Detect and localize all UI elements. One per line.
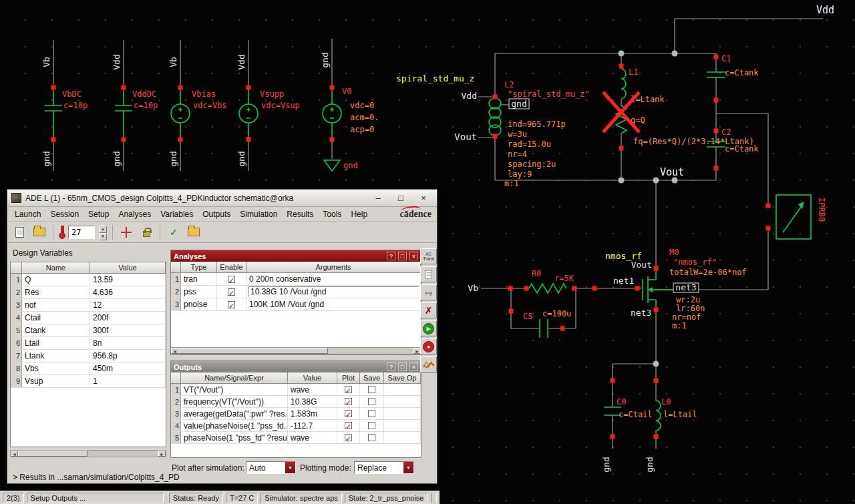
analyses-panel-titlebar[interactable]: Analyses ? □ × — [171, 250, 421, 262]
svg-text:C0[interactable]: C0 — [617, 397, 626, 407]
outputs-panel-titlebar[interactable]: Outputs ? □ × — [171, 361, 421, 372]
stop-button[interactable]: ■ — [420, 338, 437, 354]
resistor-r0[interactable]: R0 r=5K — [529, 269, 574, 293]
temperature-input[interactable] — [68, 226, 95, 239]
output-row[interactable]: 1 VT("/Vout") wave — [171, 384, 421, 396]
window-titlebar[interactable]: ADE L (1) - 65nm_CMOS_design Colpitts_4_… — [7, 190, 437, 207]
an-col-arguments[interactable]: Arguments — [246, 262, 421, 272]
help-icon[interactable]: ? — [387, 252, 395, 260]
plot-checkbox[interactable] — [345, 386, 352, 393]
current-probe-iprb0[interactable]: IPRB0 — [776, 195, 826, 239]
svg-text:c=10p[interactable]: c=10p — [134, 101, 158, 110]
svg-text:m:1[interactable]: m:1 — [504, 179, 519, 188]
nmos-m0[interactable]: nmos_rf Vout net1 net3 net3 M0 "nmos_rf"… — [605, 248, 747, 330]
menu-help[interactable]: Help — [346, 208, 372, 220]
analysis-enable-checkbox[interactable] — [228, 288, 235, 296]
svg-text:c=Ctail[interactable]: c=Ctail — [619, 410, 653, 419]
dv-col-name[interactable]: Name — [22, 262, 90, 273]
dv-row[interactable]: 8Vbs450m — [11, 362, 166, 375]
ou-col-saveop[interactable]: Save Op — [384, 372, 421, 383]
net-label-vdd-top[interactable]: Vdd — [816, 4, 834, 16]
svg-text:c=Ctank[interactable]: c=Ctank — [725, 144, 759, 154]
svg-text:gnd[interactable]: gnd — [236, 151, 246, 166]
dv-row[interactable]: 9Vsup1 — [11, 375, 166, 388]
save-checkbox[interactable] — [368, 410, 375, 417]
selected-instance-highlight[interactable]: spiral_std_mu_z — [396, 73, 474, 83]
svg-text:Vdd[interactable]: Vdd — [112, 54, 122, 69]
detach-icon[interactable]: □ — [398, 362, 407, 371]
status-state[interactable]: State: 2_tr_pss_pnoise — [345, 493, 428, 503]
an-col-type[interactable]: Type — [181, 262, 217, 272]
svg-text:totalW=2e-06*nof[interactable]: totalW=2e-06*nof — [669, 268, 747, 277]
ou-col-value[interactable]: Value — [288, 372, 337, 383]
svg-text:L2[interactable]: L2 — [504, 80, 514, 89]
plot-checkbox[interactable] — [345, 422, 352, 429]
svg-text:VbDC[interactable]: VbDC — [62, 89, 81, 99]
dv-row[interactable]: 4Ctail200f — [11, 312, 166, 324]
svg-text:net1[interactable]: net1 — [613, 276, 634, 286]
resize-grip[interactable] — [432, 493, 437, 503]
svg-text:nr=4[interactable]: nr=4 — [508, 150, 527, 159]
svg-text:gnd[interactable]: gnd — [112, 151, 122, 166]
svg-text:nr=nof[interactable]: nr=nof — [672, 312, 701, 322]
analysis-args-editor[interactable]: 10.38G 10 /Vout /gnd — [248, 286, 419, 297]
menu-simulation[interactable]: Simulation — [235, 208, 282, 220]
plot-checkbox[interactable] — [345, 410, 352, 417]
maximize-button[interactable]: □ — [391, 192, 410, 205]
open-results-button[interactable] — [186, 224, 202, 240]
plot-after-dropdown[interactable]: Auto ▼ — [246, 461, 296, 474]
analyses-horizontal-scrollbar[interactable]: ◄ ► — [171, 347, 421, 354]
menu-outputs[interactable]: Outputs — [198, 208, 235, 220]
svg-text:R0[interactable]: R0 — [532, 269, 541, 278]
svg-text:c=Ctank[interactable]: c=Ctank — [725, 68, 759, 77]
scrollbar-thumb[interactable] — [18, 451, 88, 457]
analysis-enable-checkbox[interactable] — [228, 301, 235, 308]
ou-col-plot[interactable]: Plot — [337, 372, 360, 383]
edit-variables-button[interactable] — [420, 266, 437, 282]
plot-checkbox[interactable] — [345, 398, 352, 405]
menu-tools[interactable]: Tools — [318, 208, 346, 220]
svg-text:net3[interactable]: net3 — [631, 308, 651, 318]
svg-text:net3[interactable]: net3 — [675, 282, 696, 292]
edit-ok-button[interactable]: ✓ — [166, 224, 182, 240]
tank-inductor-l1[interactable]: L1 l=Ltank q=Q fq=(Res*Q)/(2*3.14*Ltank) — [603, 67, 754, 146]
output-row[interactable]: 5 phaseNoise(1 "pss_fd" ?resu... wave — [171, 432, 421, 444]
plotting-mode-dropdown[interactable]: Replace ▼ — [354, 461, 414, 474]
help-icon[interactable]: ? — [387, 362, 395, 371]
svg-text:C5[interactable]: C5 — [523, 312, 532, 321]
svg-text:L0[interactable]: L0 — [661, 397, 671, 407]
dv-row[interactable]: 3nof12 — [11, 299, 166, 312]
menu-setup[interactable]: Setup — [83, 208, 114, 220]
svg-text:C2[interactable]: C2 — [721, 128, 731, 137]
output-row[interactable]: 2 frequency(VT("/Vout")) 10.38G — [171, 396, 421, 408]
svg-text:lay:9[interactable]: lay:9 — [508, 170, 532, 179]
delete-button[interactable]: ✗ — [420, 302, 437, 318]
svg-text:"nmos_rf"[interactable]: "nmos_rf" — [673, 258, 717, 267]
svg-text:l=Ltail[interactable]: l=Ltail — [663, 410, 697, 419]
session-save-button[interactable] — [11, 224, 27, 240]
menu-analyses[interactable]: Analyses — [114, 208, 156, 220]
inductor-l0[interactable]: L0 l=Ltail gnd — [645, 397, 697, 473]
svg-text:M0[interactable]: M0 — [669, 248, 679, 257]
spiral-inductor-l2[interactable]: spiral_std_mu_z Vdd gnd Vout L2 "spiral_… — [396, 73, 590, 188]
svg-text:w=3u[interactable]: w=3u — [508, 130, 527, 139]
svg-text:gnd[interactable]: gnd — [645, 457, 655, 472]
save-checkbox[interactable] — [368, 386, 375, 393]
svg-text:V0[interactable]: V0 — [342, 87, 351, 96]
ou-col-save[interactable]: Save — [360, 372, 384, 383]
dv-row[interactable]: 6Ltail8n — [11, 337, 166, 350]
dv-horizontal-scrollbar[interactable]: ◄ ► — [10, 450, 166, 457]
capacitor-vbdc[interactable]: Vb gnd VbDC c=10p — [41, 57, 88, 167]
detach-icon[interactable]: □ — [398, 252, 407, 260]
svg-text:Vb[interactable]: Vb — [41, 57, 51, 67]
svg-text:"spiral_std_mu_z"[interactable]: "spiral_std_mu_z" — [508, 89, 590, 99]
svg-text:acm=0.[interactable]: acm=0. — [350, 113, 379, 122]
svg-text:Vout[interactable]: Vout — [454, 132, 477, 142]
minimize-button[interactable]: – — [369, 192, 387, 205]
svg-text:Vb[interactable]: Vb — [168, 57, 178, 67]
svg-text:gnd[interactable]: gnd — [511, 99, 526, 109]
scroll-left-arrow[interactable]: ◄ — [171, 348, 178, 354]
probe-button[interactable] — [118, 224, 134, 240]
svg-text:c=100u[interactable]: c=100u — [542, 309, 571, 318]
vsource-vsupp[interactable]: Vdd gnd Vsupp vdc=Vsup — [236, 54, 300, 166]
